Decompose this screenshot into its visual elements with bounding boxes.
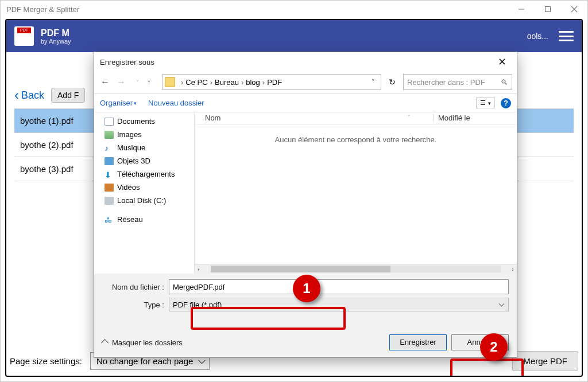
outer-window: PDF Merger & Splitter PDF PDF M by Anywa… <box>0 0 588 382</box>
app-header: PDF PDF M by Anyway ools... <box>6 20 582 52</box>
window-title: PDF Merger & Splitter <box>6 5 79 14</box>
menu-icon[interactable] <box>559 31 574 41</box>
video-icon <box>105 184 114 192</box>
breadcrumb[interactable]: › Ce PC › Bureau › blog › PDF ˅ <box>162 74 381 90</box>
svg-rect-1 <box>546 7 551 12</box>
save-button[interactable]: Enregistrer <box>389 334 447 350</box>
view-mode-button[interactable]: ☰ ▾ <box>476 98 495 108</box>
close-icon[interactable]: ✕ <box>493 54 511 69</box>
refresh-icon[interactable]: ↻ <box>385 77 400 87</box>
callout-marker-1: 1 <box>293 275 320 302</box>
sort-indicator-icon: ˆ <box>408 115 410 121</box>
objects3d-icon <box>105 157 114 165</box>
horizontal-scrollbar[interactable]: ‹ › <box>195 264 517 274</box>
nav-back-icon[interactable]: ← <box>99 77 111 87</box>
file-browser-content: Nom ˆ Modifié le Aucun élément ne corres… <box>195 112 517 274</box>
app-frame: PDF PDF M by Anyway ools... Back Add F b… <box>5 19 583 377</box>
tree-item[interactable]: Documents <box>94 115 194 128</box>
tree-item[interactable]: 🖧Réseau <box>94 213 194 226</box>
maximize-button[interactable] <box>535 1 561 18</box>
tree-item[interactable]: Vidéos <box>94 181 194 194</box>
app-icon: PDF <box>14 26 34 46</box>
help-icon[interactable]: ? <box>501 98 511 108</box>
app-title: PDF M <box>41 28 71 38</box>
new-folder-button[interactable]: Nouveau dossier <box>148 99 204 107</box>
column-name-header[interactable]: Nom <box>205 114 408 122</box>
search-icon: 🔍︎ <box>501 78 508 87</box>
filename-input[interactable] <box>169 279 509 294</box>
tree-item[interactable]: Objets 3D <box>94 154 194 167</box>
titlebar: PDF Merger & Splitter <box>1 1 587 18</box>
tree-item[interactable]: Local Disk (C:) <box>94 194 194 207</box>
merge-button[interactable]: Merge PDF <box>512 351 578 371</box>
hide-folders-toggle[interactable]: Masquer les dossiers <box>102 338 183 347</box>
app-subtitle: by Anyway <box>41 38 71 45</box>
nav-up-icon[interactable]: ↑ <box>147 77 158 87</box>
nav-forward-icon[interactable]: → <box>115 77 127 87</box>
network-icon: 🖧 <box>105 216 114 224</box>
tree-item[interactable]: ♪Musique <box>94 141 194 154</box>
back-button[interactable]: Back <box>14 89 44 102</box>
column-modified-header[interactable]: Modifié le <box>433 114 513 122</box>
tree-item[interactable]: ⬇Téléchargements <box>94 167 194 181</box>
dialog-title: Enregistrer sous <box>100 58 154 67</box>
minimize-button[interactable] <box>508 1 535 18</box>
chevron-down-icon[interactable]: ˅ <box>368 79 378 86</box>
close-button[interactable] <box>561 1 587 18</box>
empty-message: Aucun élément ne correspond à votre rech… <box>195 125 517 154</box>
scroll-right-icon[interactable]: › <box>509 266 517 272</box>
search-input[interactable]: Rechercher dans : PDF 🔍︎ <box>403 74 512 90</box>
header-tools-link[interactable]: ools... <box>527 32 548 41</box>
download-icon: ⬇ <box>105 170 114 178</box>
filename-label: Nom du fichier : <box>102 283 165 291</box>
organise-menu[interactable]: Organiser▾ <box>100 99 137 107</box>
document-icon <box>105 118 114 126</box>
images-icon <box>105 131 114 139</box>
page-size-label: Page size settings: <box>10 356 82 366</box>
filetype-select[interactable]: PDF file (*.pdf) <box>169 298 509 311</box>
folder-icon <box>165 77 175 87</box>
tree-item[interactable]: Images <box>94 128 194 141</box>
save-as-dialog: Enregistrer sous ✕ ← → ˅ ↑ › Ce PC › Bur… <box>94 52 517 358</box>
music-icon: ♪ <box>105 144 114 152</box>
folder-tree: Documents Images ♪Musique Objets 3D ⬇Tél… <box>94 112 195 274</box>
disk-icon <box>105 197 114 205</box>
callout-marker-2: 2 <box>480 333 508 361</box>
scroll-thumb[interactable] <box>211 266 390 272</box>
filetype-label: Type : <box>102 301 165 309</box>
chevron-down-icon[interactable]: ˅ <box>131 79 144 85</box>
add-file-button[interactable]: Add F <box>51 88 85 103</box>
scroll-left-icon[interactable]: ‹ <box>195 266 203 272</box>
